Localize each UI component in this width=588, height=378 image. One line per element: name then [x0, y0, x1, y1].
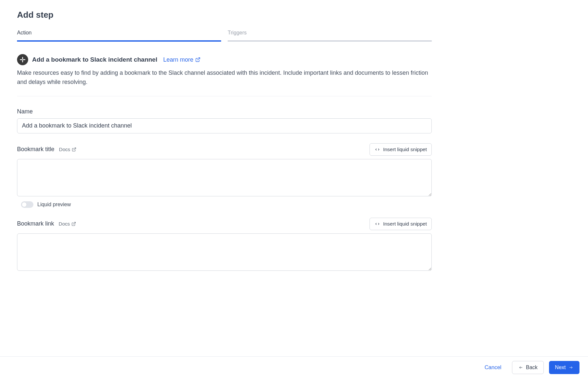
snippet-label: Insert liquid snippet	[383, 221, 427, 227]
docs-label: Docs	[59, 221, 70, 227]
action-title: Add a bookmark to Slack incident channel	[32, 56, 157, 63]
bookmark-title-label: Bookmark title	[17, 146, 54, 153]
tab-action[interactable]: Action	[17, 30, 221, 42]
bookmark-link-textarea[interactable]	[17, 233, 432, 271]
field-name: Name	[17, 108, 432, 133]
bookmark-link-label: Bookmark link	[17, 220, 54, 227]
action-header: Add a bookmark to Slack incident channel…	[17, 54, 432, 65]
learn-more-link[interactable]: Learn more	[163, 56, 200, 63]
code-icon	[374, 222, 380, 226]
external-link-icon	[195, 57, 200, 62]
slack-icon	[17, 54, 28, 65]
tab-triggers[interactable]: Triggers	[228, 30, 432, 42]
svg-line-4	[198, 58, 200, 60]
liquid-preview-toggle[interactable]	[21, 201, 33, 208]
liquid-preview-row: Liquid preview	[17, 201, 432, 208]
svg-rect-0	[22, 57, 23, 60]
snippet-label: Insert liquid snippet	[383, 147, 427, 152]
bookmark-link-docs-link[interactable]: Docs	[59, 221, 76, 227]
learn-more-label: Learn more	[163, 56, 193, 63]
svg-rect-2	[20, 59, 22, 60]
svg-rect-3	[23, 59, 26, 60]
page-title: Add step	[17, 10, 432, 20]
docs-label: Docs	[59, 147, 70, 152]
liquid-preview-label: Liquid preview	[37, 202, 71, 208]
svg-rect-1	[22, 60, 23, 63]
code-icon	[374, 147, 380, 152]
divider	[17, 96, 432, 96]
external-link-icon	[72, 147, 76, 152]
field-bookmark-link: Bookmark link Docs Insert liquid snippet	[17, 218, 432, 272]
insert-snippet-button-title[interactable]: Insert liquid snippet	[370, 143, 432, 156]
external-link-icon	[71, 222, 76, 226]
tabs: Action Triggers	[17, 30, 432, 42]
bookmark-title-docs-link[interactable]: Docs	[59, 147, 76, 152]
insert-snippet-button-link[interactable]: Insert liquid snippet	[370, 218, 432, 230]
field-bookmark-title: Bookmark title Docs Insert liquid snippe…	[17, 143, 432, 208]
bookmark-title-textarea[interactable]	[17, 159, 432, 196]
name-label: Name	[17, 108, 33, 115]
action-description: Make resources easy to find by adding a …	[17, 69, 432, 87]
svg-line-5	[74, 148, 76, 150]
name-input[interactable]	[17, 118, 432, 133]
svg-line-6	[73, 222, 75, 224]
